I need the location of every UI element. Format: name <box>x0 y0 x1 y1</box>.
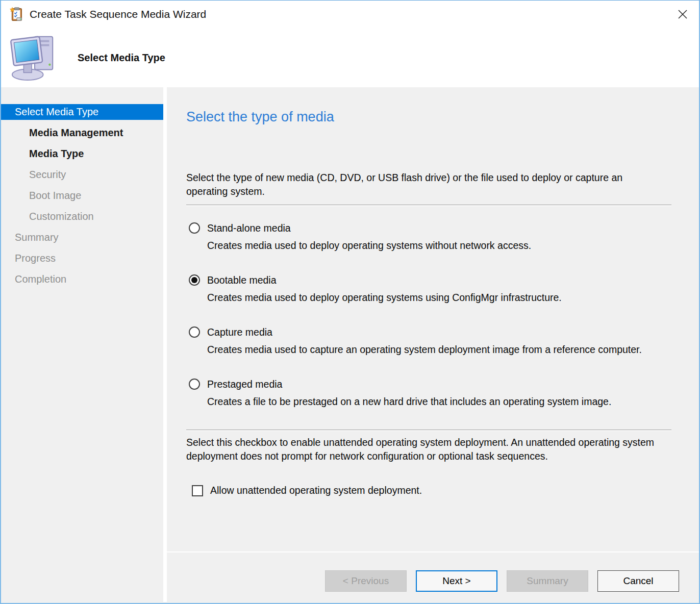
capture-media-label[interactable]: Capture media <box>207 326 272 338</box>
sidebar-item-label: Customization <box>29 211 94 222</box>
intro-text: Select the type of new media (CD, DVD, o… <box>186 171 666 198</box>
sidebar-item-label: Progress <box>15 253 56 264</box>
computer-workstation-icon <box>9 33 59 83</box>
sidebar-item-label: Select Media Type <box>15 106 98 117</box>
bootable-media-label[interactable]: Bootable media <box>207 274 277 286</box>
sidebar-item-customization[interactable]: Customization <box>1 209 163 224</box>
stand-alone-media-description: Creates media used to deploy operating s… <box>207 239 671 252</box>
sidebar-item-label: Completion <box>15 273 66 285</box>
sidebar-item-select-media-type[interactable]: Select Media Type <box>1 104 163 120</box>
prestaged-media-label[interactable]: Prestaged media <box>207 379 282 390</box>
sidebar-item-label: Security <box>29 169 66 180</box>
prestaged-media-description: Creates a file to be prestaged on a new … <box>207 395 671 408</box>
summary-button: Summary <box>507 570 588 592</box>
cancel-button[interactable]: Cancel <box>597 570 679 592</box>
wizard-step-list: Select Media Type Media Management Media… <box>1 104 163 287</box>
main-panel: Select the type of media Select the type… <box>167 87 699 602</box>
unattended-checkbox[interactable] <box>192 485 203 496</box>
wizard-page-title: Select Media Type <box>78 52 165 64</box>
divider <box>186 430 671 431</box>
option-stand-alone-media: Stand-alone media Creates media used to … <box>186 221 671 252</box>
stand-alone-media-radio[interactable] <box>189 222 200 234</box>
sidebar-item-label: Summary <box>15 232 59 243</box>
capture-media-radio[interactable] <box>189 326 200 338</box>
media-type-options: Stand-alone media Creates media used to … <box>186 221 671 408</box>
title-bar: Create Task Sequence Media Wizard <box>1 1 699 28</box>
sidebar-item-boot-image[interactable]: Boot Image <box>1 188 163 204</box>
previous-button: < Previous <box>325 570 407 592</box>
sidebar-item-media-type[interactable]: Media Type <box>1 146 163 162</box>
wizard-window: Create Task Sequence Media Wizard <box>0 0 700 604</box>
option-bootable-media: Bootable media Creates media used to dep… <box>186 273 671 304</box>
close-icon <box>677 8 689 20</box>
task-sequence-media-wizard-icon <box>9 7 24 22</box>
window-title: Create Task Sequence Media Wizard <box>30 8 206 20</box>
sidebar-item-progress[interactable]: Progress <box>1 250 163 266</box>
sidebar-item-label: Media Management <box>29 127 123 138</box>
next-button[interactable]: Next > <box>416 570 497 592</box>
sidebar-item-completion[interactable]: Completion <box>1 271 163 287</box>
sidebar-item-label: Boot Image <box>29 190 81 201</box>
page-title: Select the type of media <box>186 108 671 126</box>
divider <box>186 205 671 206</box>
prestaged-media-radio[interactable] <box>189 379 200 390</box>
unattended-note: Select this checkbox to enable unattende… <box>186 436 668 463</box>
sidebar-item-summary[interactable]: Summary <box>1 230 163 245</box>
bootable-media-description: Creates media used to deploy operating s… <box>207 291 671 304</box>
wizard-header: Select Media Type <box>1 28 699 87</box>
unattended-checkbox-label[interactable]: Allow unattended operating system deploy… <box>210 485 422 496</box>
sidebar-item-label: Media Type <box>29 148 84 159</box>
stand-alone-media-label[interactable]: Stand-alone media <box>207 222 291 234</box>
unattended-checkbox-row: Allow unattended operating system deploy… <box>186 485 671 496</box>
capture-media-description: Creates media used to capture an operati… <box>207 343 671 356</box>
sidebar-item-media-management[interactable]: Media Management <box>1 125 163 141</box>
sidebar-item-security[interactable]: Security <box>1 167 163 183</box>
option-capture-media: Capture media Creates media used to capt… <box>186 325 671 356</box>
bootable-media-radio[interactable] <box>189 274 200 286</box>
wizard-buttons: < Previous Next > Summary Cancel <box>325 570 679 592</box>
sidebar-main-divider <box>163 87 167 602</box>
option-prestaged-media: Prestaged media Creates a file to be pre… <box>186 377 671 408</box>
close-button[interactable] <box>666 1 699 28</box>
footer-divider <box>167 551 699 552</box>
wizard-steps-sidebar: Select Media Type Media Management Media… <box>1 87 163 602</box>
